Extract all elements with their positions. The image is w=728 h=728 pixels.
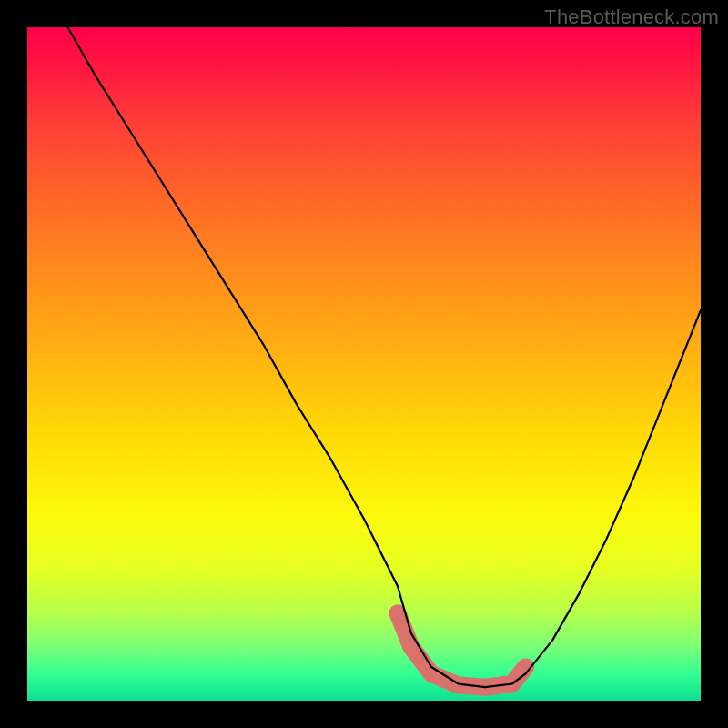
- chart-frame: TheBottleneck.com: [0, 0, 728, 728]
- plot-area: [27, 27, 701, 701]
- watermark-text: TheBottleneck.com: [544, 5, 719, 29]
- optimal-region-highlight: [398, 613, 526, 687]
- curve-layer: [27, 27, 701, 701]
- bottleneck-curve: [67, 27, 701, 687]
